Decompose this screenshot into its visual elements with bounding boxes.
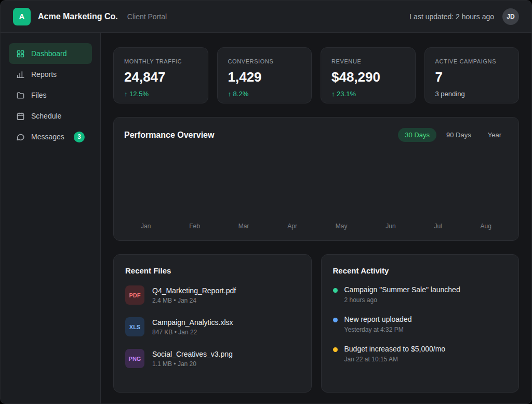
app-window: A Acme Marketing Co. Client Portal Last … [0,0,532,404]
chart-header: Performance Overview 30 Days 90 Days Yea… [124,128,508,142]
activity-time: Yesterday at 4:32 PM [344,326,412,333]
activity-info: New report uploaded Yesterday at 4:32 PM [344,315,412,333]
recent-activity-title: Recent Activity [333,266,508,275]
sidebar: Dashboard Reports Files Schedule [1,33,101,403]
last-updated-text: Last updated: 2 hours ago [409,12,494,21]
company-logo: A [13,8,31,25]
x-tick-label: Jul [434,223,442,230]
x-tick-label: Jan [141,223,151,230]
activity-item: Campaign "Summer Sale" launched 2 hours … [333,285,508,304]
activity-text: Budget increased to $5,000/mo [344,345,446,353]
stat-card-active-campaigns: ACTIVE CAMPAIGNS 7 3 pending [424,47,520,103]
sidebar-item-schedule[interactable]: Schedule [9,106,92,126]
x-tick-label: Apr [287,223,297,230]
company-name: Acme Marketing Co. [38,12,118,21]
grid-icon [16,49,25,58]
sidebar-item-label: Dashboard [31,49,67,58]
user-avatar[interactable]: JD [502,8,519,25]
activity-dot [333,318,338,322]
stats-row: MONTHLY TRAFFIC 24,847 ↑ 12.5% CONVERSIO… [113,47,519,103]
file-meta: 847 KB • Jan 22 [152,329,233,336]
stat-value: 7 [435,69,509,85]
stat-card-conversions: CONVERSIONS 1,429 ↑ 8.2% [217,47,312,103]
stat-value: 1,429 [228,69,301,85]
range-button-30-days[interactable]: 30 Days [398,128,436,142]
file-meta: 2.4 MB • Jan 24 [152,297,236,304]
png-file-icon: PNG [125,349,144,368]
stat-delta: ↑ 8.2% [228,90,301,98]
sidebar-item-files[interactable]: Files [9,85,92,106]
activity-item: Budget increased to $5,000/mo Jan 22 at … [333,345,508,363]
stat-delta: 3 pending [435,90,509,98]
recent-activity-card: Recent Activity Campaign "Summer Sale" l… [321,254,520,393]
messages-unread-badge: 3 [74,132,85,142]
stat-card-monthly-traffic: MONTHLY TRAFFIC 24,847 ↑ 12.5% [113,47,208,103]
x-tick-label: May [336,223,348,230]
chat-icon [16,133,25,141]
range-button-year[interactable]: Year [481,128,508,142]
chart-x-axis: Jan Feb Mar Apr May Jun Jul Aug [124,223,508,230]
file-meta: 1.1 MB • Jan 20 [152,360,233,368]
sidebar-item-messages[interactable]: Messages 3 [9,126,92,147]
stat-value: 24,847 [124,69,197,85]
stat-delta: ↑ 23.1% [331,90,405,98]
pdf-file-icon: PDF [125,285,144,305]
stat-value: $48,290 [331,69,405,85]
stat-delta: ↑ 12.5% [124,90,197,98]
range-button-90-days[interactable]: 90 Days [440,128,478,142]
activity-dot [333,288,338,293]
stat-label: MONTHLY TRAFFIC [124,58,197,64]
calendar-icon [16,112,25,121]
activity-item: New report uploaded Yesterday at 4:32 PM [333,315,508,333]
top-bar: A Acme Marketing Co. Client Portal Last … [1,1,531,33]
recent-files-title: Recent Files [125,266,300,275]
main-content: MONTHLY TRAFFIC 24,847 ↑ 12.5% CONVERSIO… [101,33,531,403]
file-info: Social_Creatives_v3.png 1.1 MB • Jan 20 [152,350,233,368]
sidebar-item-label: Messages [31,133,64,141]
chart-range-toggle: 30 Days 90 Days Year [398,128,508,142]
stat-card-revenue: REVENUE $48,290 ↑ 23.1% [321,47,416,103]
file-row-png[interactable]: PNG Social_Creatives_v3.png 1.1 MB • Jan… [125,349,300,368]
file-row-xls[interactable]: XLS Campaign_Analytics.xlsx 847 KB • Jan… [125,317,300,336]
bottom-row: Recent Files PDF Q4_Marketing_Report.pdf… [113,254,519,393]
sidebar-item-label: Reports [31,70,57,79]
xls-file-icon: XLS [125,317,144,336]
file-row-pdf[interactable]: PDF Q4_Marketing_Report.pdf 2.4 MB • Jan… [125,285,300,305]
activity-info: Budget increased to $5,000/mo Jan 22 at … [344,345,446,363]
file-name: Campaign_Analytics.xlsx [152,318,233,327]
x-tick-label: Jun [385,223,395,230]
file-name: Social_Creatives_v3.png [152,350,233,358]
sidebar-item-reports[interactable]: Reports [9,64,92,85]
chart-title: Performance Overview [124,131,214,140]
performance-overview-card: Performance Overview 30 Days 90 Days Yea… [113,117,519,241]
file-info: Q4_Marketing_Report.pdf 2.4 MB • Jan 24 [152,286,236,304]
x-tick-label: Feb [189,223,200,230]
folder-icon [16,91,25,100]
main-layout: Dashboard Reports Files Schedule [1,33,531,403]
x-tick-label: Mar [238,223,249,230]
recent-files-card: Recent Files PDF Q4_Marketing_Report.pdf… [113,254,312,393]
activity-text: New report uploaded [344,315,412,323]
x-tick-label: Aug [481,223,491,230]
bar-chart-icon [16,70,25,79]
activity-dot [333,347,338,352]
activity-info: Campaign "Summer Sale" launched 2 hours … [344,285,460,304]
activity-text: Campaign "Summer Sale" launched [344,285,460,294]
file-info: Campaign_Analytics.xlsx 847 KB • Jan 22 [152,318,233,336]
sidebar-item-label: Files [31,91,47,99]
stat-label: REVENUE [331,58,405,64]
activity-time: 2 hours ago [344,296,460,304]
file-name: Q4_Marketing_Report.pdf [152,286,236,295]
stat-label: CONVERSIONS [228,58,301,64]
sidebar-item-label: Schedule [31,112,61,120]
portal-label: Client Portal [127,12,167,21]
stat-label: ACTIVE CAMPAIGNS [435,58,509,64]
chart-plot-area [124,142,508,223]
activity-time: Jan 22 at 10:15 AM [344,356,446,363]
sidebar-item-dashboard[interactable]: Dashboard [9,43,92,64]
